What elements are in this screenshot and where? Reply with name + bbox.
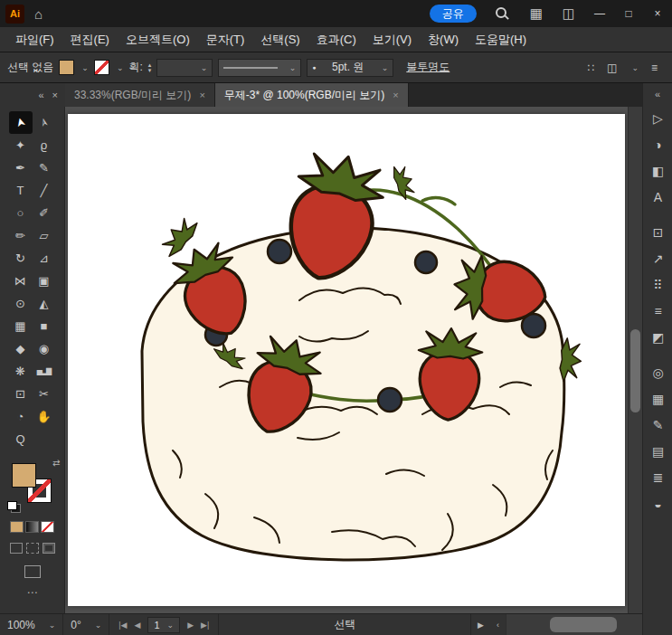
stepper-down-icon[interactable]: ▾: [148, 68, 152, 73]
fill-color-swatch[interactable]: [59, 60, 74, 75]
previous-artboard-icon[interactable]: ◀: [135, 621, 141, 630]
symbol-sprayer-tool[interactable]: ❋: [9, 360, 33, 383]
magic-wand-tool[interactable]: ✦: [9, 134, 33, 156]
eyedropper-tool[interactable]: ◆: [9, 337, 33, 360]
next-artboard-icon[interactable]: ▶: [187, 621, 194, 630]
transform-panel-icon[interactable]: ⠿: [643, 271, 672, 298]
direct-selection-tool[interactable]: ➢: [33, 111, 56, 134]
close-button[interactable]: ×: [643, 0, 672, 27]
horizontal-scrollbar[interactable]: [506, 614, 642, 635]
draw-inside-icon[interactable]: [43, 543, 55, 554]
workspace-switcher-icon[interactable]: ◫: [553, 5, 585, 22]
app-logo[interactable]: Ai: [5, 5, 24, 24]
selection-tool[interactable]: ➤: [9, 111, 33, 134]
home-icon[interactable]: ⌂: [24, 6, 52, 22]
eraser-tool[interactable]: ▱: [33, 224, 56, 247]
vertical-scrollbar[interactable]: [628, 107, 642, 613]
color-guide-panel-icon[interactable]: ◒: [643, 490, 672, 517]
cake-illustration[interactable]: [68, 114, 625, 606]
gradient-button[interactable]: [25, 521, 39, 533]
fill-chevron-icon[interactable]: ⌄: [81, 63, 89, 72]
ellipse-tool[interactable]: ○: [9, 202, 33, 224]
blend-tool[interactable]: ◉: [33, 337, 56, 360]
width-profile-dropdown[interactable]: ⌄: [218, 59, 301, 77]
close-tab-icon[interactable]: ×: [199, 90, 204, 100]
menu-file[interactable]: 파일(F): [7, 27, 62, 52]
pen-tool[interactable]: ✒: [9, 156, 33, 179]
free-transform-tool[interactable]: ▣: [33, 270, 56, 292]
curvature-tool[interactable]: ✎: [33, 156, 56, 179]
document-tab-1[interactable]: 33.33%(RGB/미리 보기) ×: [65, 83, 215, 107]
expand-panels-icon[interactable]: «: [643, 83, 672, 105]
menu-select[interactable]: 선택(S): [252, 27, 308, 52]
menu-edit[interactable]: 편집(E): [62, 27, 118, 52]
artboard-number-dropdown[interactable]: 1 ⌄: [147, 617, 180, 633]
menu-type[interactable]: 문자(T): [198, 27, 253, 52]
edit-toolbar-icon[interactable]: ⋯: [0, 586, 64, 599]
artboard-tool[interactable]: ⊡: [9, 383, 33, 405]
perspective-grid-tool[interactable]: ◭: [33, 292, 56, 315]
character-panel-icon[interactable]: A: [643, 184, 672, 210]
align-panel-icon[interactable]: ≡: [643, 298, 672, 324]
none-button[interactable]: [41, 521, 54, 533]
preferences-icon[interactable]: ◫: [607, 62, 617, 74]
gradient-panel-icon[interactable]: ◧: [643, 157, 672, 184]
brush-definition-dropdown[interactable]: ● 5pt. 원 ⌄: [307, 59, 393, 77]
fill-color-indicator[interactable]: [12, 463, 36, 488]
gradient-tool[interactable]: ■: [33, 315, 56, 337]
scale-tool[interactable]: ⊿: [33, 247, 56, 270]
shape-builder-tool[interactable]: ⊙: [9, 292, 33, 315]
rotate-view-tool[interactable]: ◔: [9, 405, 33, 428]
menu-object[interactable]: 오브젝트(O): [118, 27, 198, 52]
column-graph-tool[interactable]: ▅▂▇: [33, 360, 56, 383]
color-button[interactable]: [10, 521, 24, 533]
minimize-button[interactable]: —: [585, 0, 614, 27]
close-panel-icon[interactable]: ×: [52, 90, 58, 100]
width-tool[interactable]: ⋈: [9, 270, 33, 292]
menu-view[interactable]: 보기(V): [364, 27, 420, 52]
menu-help[interactable]: 도움말(H): [467, 27, 535, 52]
menu-effect[interactable]: 효과(C): [308, 27, 364, 52]
export-panel-icon[interactable]: ↗: [643, 245, 672, 271]
color-panel-icon[interactable]: ◑: [643, 131, 672, 157]
lasso-tool[interactable]: ϱ: [33, 134, 56, 156]
pencil-tool[interactable]: ✏: [9, 224, 33, 247]
vertical-scrollbar-thumb[interactable]: [630, 329, 640, 412]
collapse-panel-icon[interactable]: «: [38, 90, 43, 100]
stroke-chevron-icon[interactable]: ⌄: [117, 63, 124, 72]
share-button[interactable]: 공유: [430, 5, 477, 23]
preferences-chevron-icon[interactable]: ⌄: [631, 63, 639, 72]
line-segment-tool[interactable]: ╱: [33, 179, 56, 202]
panel-menu-icon[interactable]: ≣: [643, 464, 672, 490]
mesh-tool[interactable]: ▦: [9, 315, 33, 337]
rotation-dropdown[interactable]: 0° ⌄: [63, 614, 109, 635]
control-panel-menu-icon[interactable]: ≡: [651, 62, 658, 74]
pathfinder-panel-icon[interactable]: ◩: [643, 324, 672, 350]
properties-panel-icon[interactable]: ▷: [643, 105, 672, 131]
artboard[interactable]: [68, 114, 625, 606]
draw-behind-icon[interactable]: [26, 543, 39, 554]
hand-tool[interactable]: ✋: [33, 405, 56, 428]
first-artboard-icon[interactable]: |◀: [118, 621, 127, 630]
document-tab-2[interactable]: 무제-3* @ 100%(RGB/미리 보기) ×: [215, 83, 409, 107]
canvas-area[interactable]: [65, 107, 642, 613]
close-tab-icon[interactable]: ×: [393, 90, 398, 100]
slice-tool[interactable]: ✂: [33, 383, 56, 405]
status-angle-icon[interactable]: ‹: [490, 621, 506, 630]
document-setup-icon[interactable]: ∷: [587, 62, 594, 74]
maximize-button[interactable]: □: [614, 0, 643, 27]
draw-normal-icon[interactable]: [10, 543, 23, 554]
appearance-panel-icon[interactable]: ◎: [643, 359, 672, 385]
last-artboard-icon[interactable]: ▶|: [201, 621, 209, 630]
menu-window[interactable]: 창(W): [420, 27, 467, 52]
zoom-tool[interactable]: Q: [9, 428, 33, 450]
swatches-panel-icon[interactable]: ▦: [643, 385, 672, 412]
status-play-icon[interactable]: ▶: [471, 621, 490, 630]
stroke-weight-stepper[interactable]: ▴ ▾: [148, 62, 152, 73]
screen-mode-button[interactable]: [24, 565, 41, 578]
paintbrush-tool[interactable]: ✐: [33, 202, 56, 224]
layers-panel-icon[interactable]: ▤: [643, 438, 672, 464]
default-fill-stroke-icon[interactable]: [7, 501, 21, 513]
type-tool[interactable]: T: [9, 179, 33, 202]
rotate-tool[interactable]: ↻: [9, 247, 33, 270]
